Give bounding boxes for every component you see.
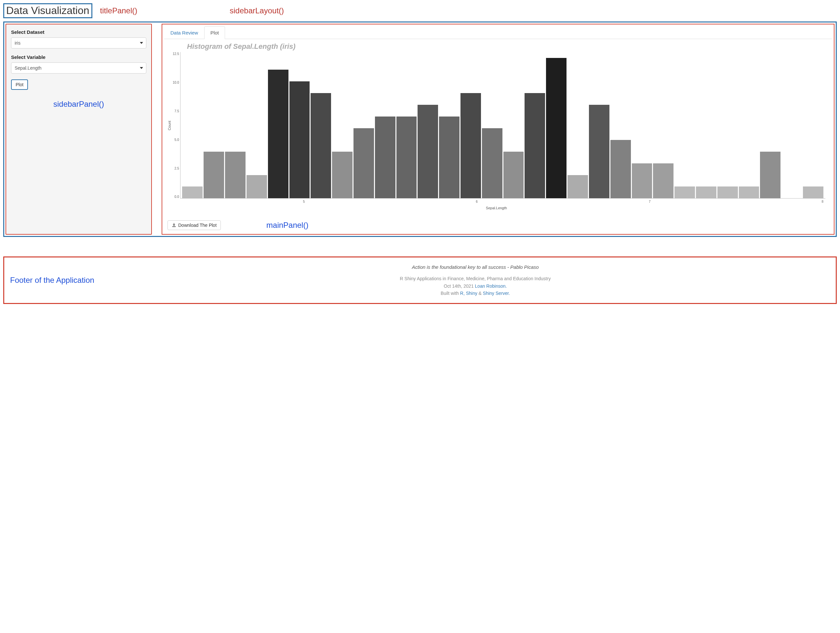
tabset: Data Review Plot <box>164 26 832 39</box>
y-tick: 5.0 <box>173 138 179 142</box>
x-tick: 7 <box>649 200 651 203</box>
footer-author-link[interactable]: Loan Robinson. <box>475 283 507 289</box>
chart-bars <box>180 52 825 198</box>
bar <box>610 140 631 198</box>
y-axis-ticks: 12.510.07.55.02.50.0 <box>173 52 180 198</box>
plot-button[interactable]: Plot <box>11 79 28 90</box>
footer-rshiny-link[interactable]: R, Shiny <box>460 291 477 296</box>
bar <box>461 93 481 198</box>
bar <box>225 152 246 198</box>
x-tick: 6 <box>476 200 478 203</box>
download-icon <box>172 223 176 228</box>
annotation-titlepanel: titlePanel() <box>100 6 137 15</box>
bar <box>289 81 310 198</box>
annotation-mainpanel: mainPanel() <box>266 221 308 230</box>
y-tick: 0.0 <box>173 195 179 198</box>
tab-plot[interactable]: Plot <box>204 26 225 39</box>
bar <box>204 152 224 198</box>
bar <box>589 105 609 198</box>
bar <box>739 187 759 198</box>
tab-data-review[interactable]: Data Review <box>164 26 204 39</box>
variable-label: Select Variable <box>11 54 146 60</box>
bar <box>268 70 289 198</box>
download-plot-label: Download The Plot <box>178 223 216 228</box>
main-panel: Data Review Plot Histogram of Sepal.Leng… <box>162 24 834 235</box>
bar <box>653 163 674 198</box>
y-axis-label: Count <box>167 121 171 130</box>
bar <box>439 117 459 198</box>
footer-quote: Action is the foundational key to all su… <box>121 263 830 271</box>
y-tick: 12.5 <box>173 52 179 55</box>
footer-built-prefix: Built with <box>441 291 460 296</box>
bar <box>504 152 524 198</box>
chart-title: Histogram of Sepal.Length (iris) <box>187 42 825 51</box>
footer-shinyserver-link[interactable]: Shiny Server. <box>483 291 510 296</box>
histogram-plot: Histogram of Sepal.Length (iris) Count 1… <box>164 39 832 213</box>
bar <box>674 187 695 198</box>
bar <box>696 187 717 198</box>
x-tick: 8 <box>821 200 823 203</box>
bar <box>375 117 395 198</box>
x-tick: 5 <box>303 200 305 203</box>
app-footer: Footer of the Application Action is the … <box>3 256 837 304</box>
bar <box>246 175 267 198</box>
bar <box>760 152 780 198</box>
annotation-footer: Footer of the Application <box>10 276 121 285</box>
x-axis-ticks: 5678 <box>187 198 825 203</box>
bar <box>803 187 823 198</box>
bar <box>717 187 738 198</box>
bar <box>546 58 567 198</box>
bar <box>632 163 652 198</box>
dataset-label: Select Dataset <box>11 29 146 35</box>
page-title: Data Visualization <box>3 3 92 18</box>
bar <box>482 128 502 198</box>
x-axis-label: Sepal.Length <box>167 206 825 210</box>
variable-select[interactable]: Sepal.Length <box>11 62 146 74</box>
chevron-down-icon <box>140 67 143 69</box>
bar <box>332 152 352 198</box>
bar <box>354 128 374 198</box>
y-tick: 7.5 <box>173 109 179 113</box>
chevron-down-icon <box>140 42 143 44</box>
bar <box>311 93 331 198</box>
sidebar-layout-container: Select Dataset iris Select Variable Sepa… <box>3 22 837 237</box>
bar <box>396 117 417 198</box>
sidebar-panel: Select Dataset iris Select Variable Sepa… <box>6 24 152 235</box>
annotation-sidebarpanel: sidebarPanel() <box>11 100 146 109</box>
bar <box>524 93 545 198</box>
annotation-sidebarlayout: sidebarLayout() <box>230 6 284 15</box>
footer-line1: R Shiny Applications in Finance, Medicin… <box>400 276 551 281</box>
download-plot-button[interactable]: Download The Plot <box>167 220 221 230</box>
bar <box>418 105 438 198</box>
y-tick: 10.0 <box>173 81 179 84</box>
dataset-select[interactable]: iris <box>11 38 146 49</box>
bar <box>567 175 588 198</box>
footer-date: Oct 14th, 2021 <box>444 283 475 289</box>
y-tick: 2.5 <box>173 167 179 170</box>
bar <box>182 187 203 198</box>
